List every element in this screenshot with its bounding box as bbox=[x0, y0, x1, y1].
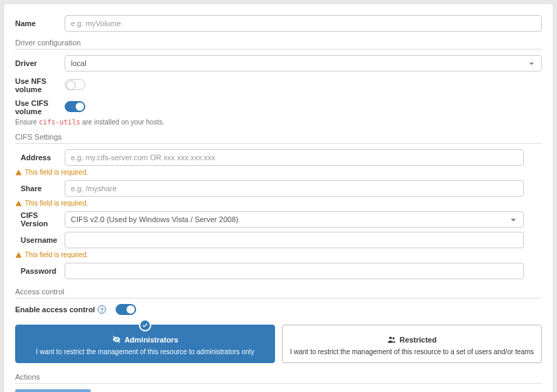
driver-select[interactable]: local bbox=[65, 55, 542, 72]
check-icon bbox=[139, 319, 151, 331]
section-access-control: Access control bbox=[15, 287, 542, 298]
username-label: Username bbox=[15, 236, 65, 244]
enable-access-toggle[interactable] bbox=[116, 304, 136, 315]
cifs-row: Use CIFS volume bbox=[15, 99, 542, 116]
svg-point-1 bbox=[393, 337, 395, 339]
warning-icon bbox=[15, 169, 22, 176]
driver-label: Driver bbox=[15, 59, 65, 67]
password-label: Password bbox=[15, 267, 65, 275]
cifs-version-row: CIFS Version CIFS v2.0 (Used by Windows … bbox=[15, 211, 542, 228]
password-input[interactable] bbox=[65, 263, 524, 279]
cifs-version-select[interactable]: CIFS v2.0 (Used by Windows Vista / Serve… bbox=[65, 211, 524, 228]
cifs-label: Use CIFS volume bbox=[15, 99, 65, 116]
share-input[interactable] bbox=[65, 180, 524, 197]
eye-slash-icon bbox=[112, 335, 121, 344]
share-row: Share bbox=[15, 180, 542, 197]
address-error: This field is required. bbox=[15, 168, 542, 176]
enable-access-row: Enable access control ? bbox=[15, 304, 542, 315]
svg-point-0 bbox=[389, 336, 392, 339]
create-volume-button[interactable]: Create the volume bbox=[15, 389, 91, 392]
driver-row: Driver local bbox=[15, 55, 542, 72]
nfs-row: Use NFS volume bbox=[15, 77, 542, 94]
warning-icon bbox=[15, 252, 22, 259]
users-icon bbox=[387, 335, 396, 344]
enable-access-label: Enable access control bbox=[15, 305, 95, 314]
section-cifs-settings: CIFS Settings bbox=[15, 133, 542, 144]
access-card-administrators[interactable]: Administrators I want to restrict the ma… bbox=[15, 325, 275, 363]
warning-icon bbox=[15, 200, 22, 207]
username-input[interactable] bbox=[65, 232, 524, 248]
name-input[interactable] bbox=[65, 15, 542, 32]
cifs-toggle[interactable] bbox=[65, 101, 85, 112]
nfs-toggle[interactable] bbox=[65, 79, 85, 90]
access-admin-desc: I want to restrict the management of thi… bbox=[21, 348, 269, 356]
name-row: Name bbox=[15, 15, 542, 32]
section-driver-config: Driver configuration bbox=[15, 39, 542, 50]
help-icon[interactable]: ? bbox=[98, 305, 106, 314]
share-error: This field is required. bbox=[15, 199, 542, 207]
access-card-restricted[interactable]: Restricted I want to restrict the manage… bbox=[282, 325, 542, 363]
share-label: Share bbox=[15, 184, 65, 193]
cifs-utils-code: cifs-utils bbox=[39, 118, 80, 126]
nfs-label: Use NFS volume bbox=[15, 77, 65, 94]
cifs-hint: Ensure cifs-utils are installed on your … bbox=[15, 118, 542, 126]
username-error: This field is required. bbox=[15, 251, 542, 259]
section-actions: Actions bbox=[15, 373, 542, 384]
name-label: Name bbox=[15, 19, 65, 28]
address-label: Address bbox=[15, 153, 65, 162]
username-row: Username bbox=[15, 232, 542, 248]
access-options: Administrators I want to restrict the ma… bbox=[15, 325, 542, 363]
cifs-version-label: CIFS Version bbox=[15, 211, 65, 228]
access-restricted-desc: I want to restrict the management of thi… bbox=[288, 348, 536, 356]
volume-form-panel: Name Driver configuration Driver local U… bbox=[4, 4, 553, 392]
address-input[interactable] bbox=[65, 149, 524, 166]
address-row: Address bbox=[15, 149, 542, 166]
password-row: Password bbox=[15, 263, 542, 279]
